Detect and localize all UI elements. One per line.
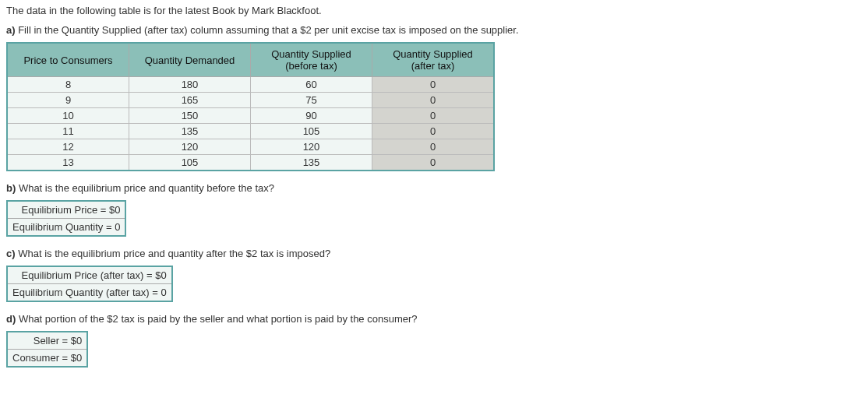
answer-d-seller[interactable]: Seller = $0 (7, 332, 87, 350)
cell-qd: 150 (129, 108, 251, 124)
answer-box-b: Equilibrium Price = $0 Equilibrium Quant… (6, 200, 126, 237)
cell-qs-after-input[interactable]: 0 (372, 108, 495, 124)
cell-qs-after-input[interactable]: 0 (372, 77, 495, 93)
answer-box-c: Equilibrium Price (after tax) = $0 Equil… (6, 266, 173, 302)
table-row: 13 105 135 0 (7, 155, 494, 171)
cell-price: 13 (7, 155, 129, 171)
question-b: b) What is the equilibrium price and qua… (6, 182, 862, 194)
cell-qd: 165 (129, 93, 251, 108)
cell-price: 10 (7, 108, 129, 124)
cell-price: 12 (7, 139, 129, 155)
cell-qs-before: 135 (251, 155, 372, 171)
table-row: 12 120 120 0 (7, 139, 494, 155)
table-row: 9 165 75 0 (7, 93, 494, 108)
question-c: c) What is the equilibrium price and qua… (6, 248, 862, 259)
cell-qs-after-input[interactable]: 0 (372, 124, 495, 139)
cell-qs-before: 105 (251, 124, 372, 139)
cell-price: 9 (7, 93, 129, 108)
table-row: 10 150 90 0 (7, 108, 494, 124)
question-c-label: c) (6, 248, 16, 259)
cell-qs-after-input[interactable]: 0 (372, 93, 495, 108)
col-header-price: Price to Consumers (7, 43, 129, 77)
cell-price: 8 (7, 77, 129, 93)
cell-qs-after-input[interactable]: 0 (372, 155, 495, 171)
question-b-label: b) (6, 182, 16, 194)
col-header-qd: Quantity Demanded (129, 43, 251, 77)
answer-c-quantity[interactable]: Equilibrium Quantity (after tax) = 0 (7, 284, 172, 302)
col-header-qs-after: Quantity Supplied (after tax) (372, 43, 495, 77)
cell-price: 11 (7, 124, 129, 139)
question-a: a) Fill in the Quantity Supplied (after … (6, 24, 862, 36)
cell-qd: 135 (129, 124, 251, 139)
col-header-qs-before: Quantity Supplied (before tax) (251, 43, 372, 77)
answer-c-price[interactable]: Equilibrium Price (after tax) = $0 (7, 266, 172, 284)
cell-qd: 105 (129, 155, 251, 171)
cell-qd: 120 (129, 139, 251, 155)
question-a-label: a) (6, 24, 16, 36)
cell-qs-before: 75 (251, 93, 372, 108)
question-c-text: What is the equilibrium price and quanti… (16, 248, 331, 259)
cell-qs-before: 60 (251, 77, 372, 93)
question-b-text: What is the equilibrium price and quanti… (16, 182, 274, 194)
answer-d-consumer[interactable]: Consumer = $0 (7, 350, 87, 368)
question-d-label: d) (6, 313, 16, 325)
answer-b-price[interactable]: Equilibrium Price = $0 (7, 201, 125, 219)
table-row: 11 135 105 0 (7, 124, 494, 139)
cell-qs-before: 120 (251, 139, 372, 155)
table-row: 8 180 60 0 (7, 77, 494, 93)
intro-text: The data in the following table is for t… (6, 5, 862, 16)
question-d: d) What portion of the $2 tax is paid by… (6, 313, 862, 325)
cell-qs-before: 90 (251, 108, 372, 124)
cell-qs-after-input[interactable]: 0 (372, 139, 495, 155)
cell-qd: 180 (129, 77, 251, 93)
answer-b-quantity[interactable]: Equilibrium Quantity = 0 (7, 219, 125, 237)
question-d-text: What portion of the $2 tax is paid by th… (16, 313, 417, 325)
answer-box-d: Seller = $0 Consumer = $0 (6, 331, 88, 368)
question-a-text: Fill in the Quantity Supplied (after tax… (16, 24, 519, 36)
supply-demand-table: Price to Consumers Quantity Demanded Qua… (6, 42, 495, 171)
